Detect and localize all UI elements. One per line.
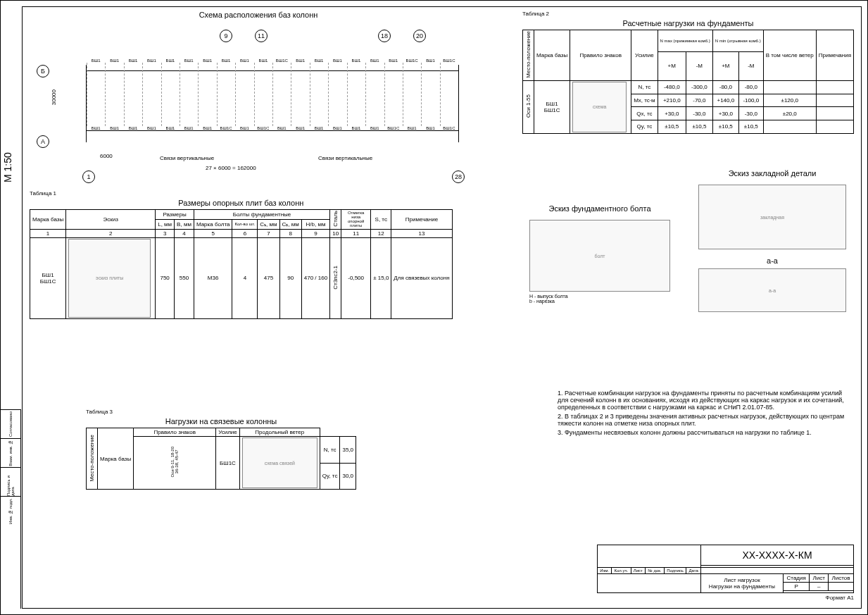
section-label: а-а <box>698 256 846 265</box>
inner-frame: Схема расположения баз колонн Б А 9 11 1… <box>22 6 862 609</box>
note: 3. Фундаменты несвязевых колонн должны р… <box>558 429 846 436</box>
grid-icon: БШ1БШ1БШ1БШ1БШ1БШ1БШ1БШ1БШ1БШ1БШ1СБШ1БШ1… <box>86 65 459 142</box>
axis-num: 11 <box>255 30 268 42</box>
bolt-legend: H - выпуск болта b - нарезка <box>529 294 670 304</box>
scale-label: М 1:50 <box>2 152 13 182</box>
bolt-icon: болт <box>529 220 670 292</box>
det-title: Эскиз закладной детали <box>698 169 846 178</box>
t2-title: Расчетные нагрузки на фундаменты <box>522 19 854 27</box>
bolt-title: Эскиз фундаментного болта <box>529 204 670 213</box>
axis-num: 9 <box>220 30 232 42</box>
t2-label: Таблица 2 <box>522 11 854 17</box>
t3-title: Нагрузки на связевые колонны <box>86 417 356 425</box>
table3: Таблица 3 Нагрузки на связевые колонны М… <box>86 409 356 490</box>
table1: Таблица 1 Размеры опорных плит баз колон… <box>30 190 453 319</box>
sidebar-cell: Инв. № подл. <box>8 498 13 524</box>
note: 2. В таблицах 2 и 3 приведены значения а… <box>558 413 846 427</box>
axis-num: 20 <box>413 30 426 42</box>
t1-label: Таблица 1 <box>30 190 453 197</box>
scheme: Схема расположения баз колонн Б А 9 11 1… <box>37 11 480 178</box>
title-block: ХХ-ХХХХ-Х-КМ Изм.Кол.уч.Лист№ док.Подпис… <box>597 545 854 601</box>
dim-h: 6000 <box>100 153 113 159</box>
t3-sketch-icon: схема связей <box>242 437 317 488</box>
t1-title: Размеры опорных плит баз колонн <box>30 199 453 207</box>
span: 27 × 6000 = 162000 <box>206 165 256 171</box>
bolt-sketch: Эскиз фундаментного болта болт H - выпус… <box>529 204 670 304</box>
notes: 1. Расчетные комбинации нагрузок на фунд… <box>558 387 846 438</box>
t1-sketch-icon: эскиз плиты <box>68 239 151 318</box>
axis-letter: А <box>37 135 49 148</box>
sidebar-cell: Взам. инв. № <box>8 440 13 466</box>
axis-letter: Б <box>37 65 49 77</box>
sidebar-cell: Подпись и дата <box>6 468 15 496</box>
table2: Таблица 2 Расчетные нагрузки на фундамен… <box>522 11 854 134</box>
format: Формат А1 <box>597 595 854 601</box>
dim-v: 30000 <box>51 89 57 105</box>
detail-sketch: Эскиз закладной детали закладная а-а а-а <box>698 169 846 312</box>
axis-num: 1 <box>82 170 95 183</box>
section-icon: а-а <box>698 268 846 312</box>
t3-label: Таблица 3 <box>86 409 356 415</box>
brace-label: Связи вертикальные <box>318 155 372 161</box>
brace-label: Связи вертикальные <box>160 155 214 161</box>
scheme-title: Схема расположения баз колонн <box>37 11 480 19</box>
t1-grid: Марка базыЭскиз РазмерыБолты фундаментны… <box>30 209 453 319</box>
detail-icon: закладная <box>698 185 846 249</box>
sidebar-cell: Согласовано <box>8 411 13 437</box>
t3-grid: Место-положение Марка базы Правило знако… <box>86 428 356 490</box>
axis-num: 18 <box>378 30 391 42</box>
axis-num: 28 <box>452 170 465 183</box>
t2-grid: Место-положение Марка базы Правило знако… <box>522 30 854 134</box>
left-sidebar: Согласовано Взам. инв. № Подпись и дата … <box>1 409 21 609</box>
drawing-sheet: М 1:50 Согласовано Взам. инв. № Подпись … <box>0 0 868 615</box>
note: 1. Расчетные комбинации нагрузок на фунд… <box>558 390 846 411</box>
drawing-code: ХХ-ХХХХ-Х-КМ <box>701 545 854 566</box>
sheet-desc: Лист нагрузок Нагрузки на фундаменты <box>701 574 784 593</box>
